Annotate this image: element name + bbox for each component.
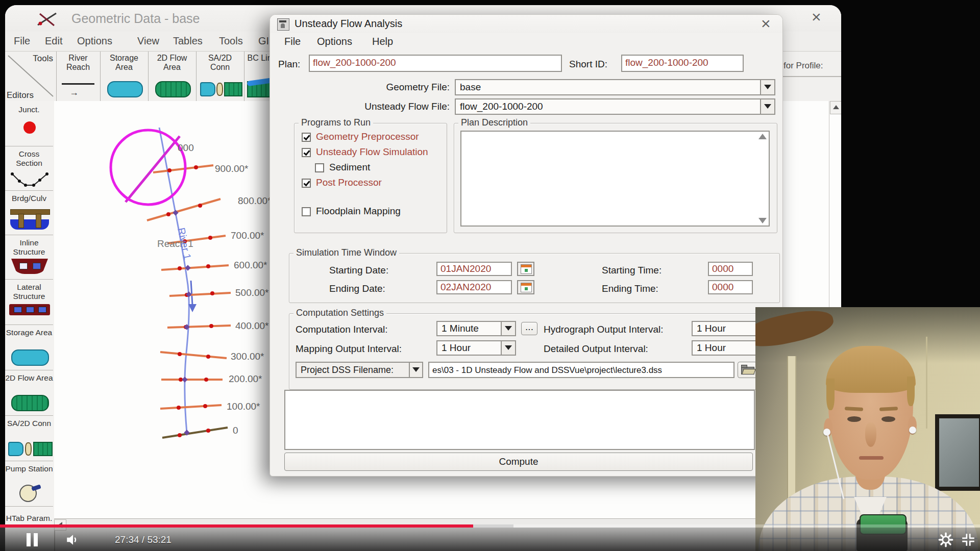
volume-icon[interactable] [65,533,80,547]
plan-description-group: Plan Description [454,123,777,233]
dss-dropdown-button[interactable] [409,363,422,377]
unsteady-file-dropdown-button[interactable] [760,99,774,114]
gw-menu-view[interactable]: View [137,35,159,47]
unsteady-flow-simulation-checkbox[interactable] [302,148,311,157]
person-eye-left [847,416,861,422]
plan-input[interactable]: flow_200-1000-200 [309,55,562,72]
station-label: 800.00* [238,195,272,206]
computation-interval-combo[interactable]: 1 Minute [436,321,516,336]
geometry-file-dropdown-button[interactable] [760,80,774,94]
gw-menu-tables[interactable]: Tables [173,35,203,47]
calendar-icon [521,264,532,274]
ending-date-input[interactable]: 02JAN2020 [436,280,512,294]
sim-group-title: Simulation Time Window [293,247,399,258]
wall-frame [935,414,980,491]
editors-corner-label: Editors [7,90,34,101]
starting-time-input[interactable]: 0000 [708,262,753,276]
short-id-input[interactable]: flow_200-1000-200 [621,55,744,72]
programs-to-run-group: Programs to Run Geometry Preprocessor Un… [294,123,447,233]
dss-filename-input[interactable]: es\03 - 1D Unsteady Flow and DSSVue\proj… [428,362,734,378]
programs-group-title: Programs to Run [299,117,373,128]
mapping-interval-label: Mapping Output Interval: [296,343,402,355]
station-label: 000 [178,142,194,153]
unsteady-flow-simulation-label: Unsteady Flow Simulation [316,146,428,158]
person-mouth [859,456,884,460]
textarea-scroll-up-icon[interactable] [758,134,767,139]
dlg-titlebar: Unsteady Flow Analysis × [270,15,782,33]
dlg-menu-options[interactable]: Options [317,36,352,47]
editor-lateral-structure[interactable]: Lateral Structure [5,280,53,325]
editor-2d-flow-area[interactable]: 2D Flow Area [5,370,53,416]
cross-section-icon [10,171,49,188]
short-id-label: Short ID: [569,59,607,70]
geometric-data-icon [35,11,58,28]
comp-group-title: Computation Settings [293,308,386,318]
tools-corner-label: Tools [33,54,53,64]
scroll-up-button[interactable] [830,101,841,114]
bridge-culvert-icon [10,207,49,231]
station-label: 700.00* [231,230,264,241]
folder-open-icon [741,367,754,374]
starting-date-input[interactable]: 01JAN2020 [436,262,512,276]
sa-2d-conn-icon [200,81,241,95]
editor-bridge-culvert[interactable]: Brdg/Culv [5,191,53,235]
editor-cross-section[interactable]: Cross Section [5,146,53,191]
editor-pump-station[interactable]: Pump Station [5,461,53,507]
editor-inline-structure[interactable]: Inline Structure [5,235,53,280]
fullscreen-exit-icon[interactable] [961,532,976,547]
gw-menu-tools[interactable]: Tools [219,35,243,47]
mapping-interval-combo[interactable]: 1 Hour [436,340,516,356]
person-hair-side-right [907,377,915,406]
gw-menu-edit[interactable]: Edit [45,35,62,47]
toolbar-sa-2d-conn[interactable]: SA/2D Conn [196,52,244,102]
pause-icon[interactable] [27,533,39,546]
plan-description-textarea[interactable] [460,131,770,227]
gw-menu-options[interactable]: Options [77,35,112,47]
gw-close-icon[interactable]: × [812,9,821,24]
unsteady-file-combo[interactable]: flow_200-1000-200 [455,98,775,115]
geometry-preprocessor-label: Geometry Preprocessor [316,131,419,142]
station-label: 500.00* [235,287,269,298]
toolbar-river-reach[interactable]: River Reach → [56,52,101,102]
junction-icon [23,121,36,134]
dlg-menu-help[interactable]: Help [372,36,393,47]
geometry-file-combo[interactable]: base [455,79,775,95]
dss-browse-button[interactable] [738,362,757,378]
textarea-scroll-down-icon[interactable] [758,218,767,223]
chevron-down-button[interactable] [501,322,515,335]
river-reach-arrow-icon: → [69,87,79,98]
ending-date-label: Ending Date: [329,283,385,294]
sediment-checkbox[interactable] [315,163,324,172]
ending-date-calendar-button[interactable] [517,280,534,294]
plan-label: Plan: [278,59,300,70]
editor-junction[interactable]: Junct. [5,102,53,146]
gw-menu-file[interactable]: File [14,35,30,47]
chevron-down-icon [764,104,771,109]
lateral-structure-icon [9,304,50,315]
earbud-right-icon [909,427,916,434]
dss-filename-selector[interactable]: Project DSS Filename: [296,362,423,378]
settings-gear-icon[interactable] [938,532,953,547]
post-processor-checkbox[interactable] [302,179,311,188]
chevron-down-icon [412,367,420,372]
toolbar-2d-flow-area[interactable]: 2D Flow Area [148,52,197,102]
person-hair-side-left [826,379,835,410]
chevron-down-button[interactable] [501,341,515,355]
dlg-close-icon[interactable]: × [761,16,771,31]
starting-date-calendar-button[interactable] [517,262,534,276]
unsteady-flow-dialog-icon [277,18,289,31]
geometry-preprocessor-checkbox[interactable] [302,133,311,142]
computation-interval-more-button[interactable]: ... [521,322,537,335]
compute-button[interactable]: Compute [284,453,753,471]
editor-sa-2d-conn[interactable]: SA/2D Conn [5,416,53,461]
toolbar-storage-area[interactable]: Storage Area [100,52,149,102]
video-timestamp: 27:34 / 53:21 [115,534,172,545]
floodplain-mapping-checkbox[interactable] [302,207,311,216]
plan-description-group-title: Plan Description [458,117,530,128]
editor-storage-area[interactable]: Storage Area [5,325,53,370]
dlg-menu-file[interactable]: File [284,36,301,47]
detailed-interval-label: Detailed Output Interval: [544,343,648,355]
station-label: 0 [233,425,238,436]
ending-time-input[interactable]: 0000 [708,280,753,294]
station-label: 600.00* [234,260,267,270]
